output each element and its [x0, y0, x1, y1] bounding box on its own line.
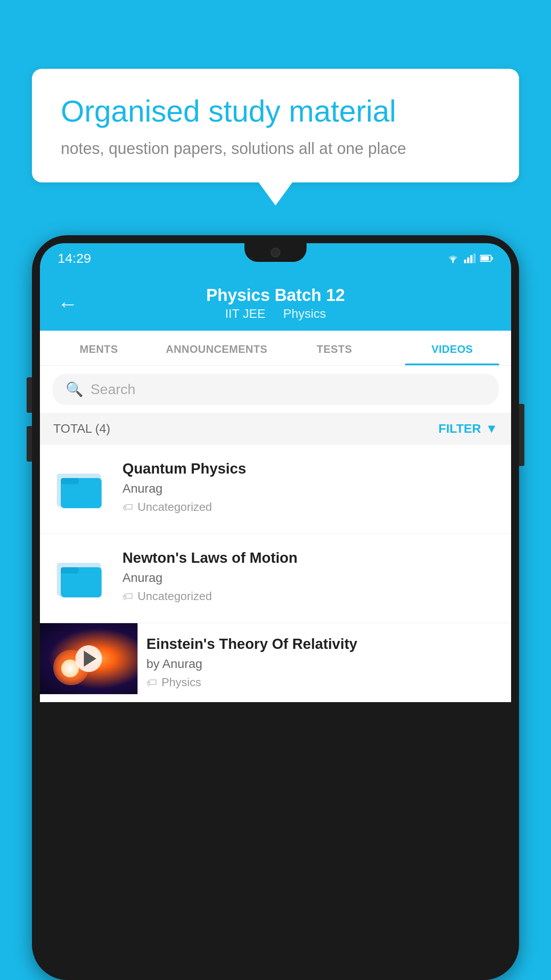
- list-item[interactable]: Quantum Physics Anurag 🏷 Uncategorized: [40, 445, 511, 534]
- video-info-2: Newton's Laws of Motion Anurag 🏷 Uncateg…: [122, 549, 499, 603]
- play-button[interactable]: [75, 645, 102, 672]
- video-author-2: Anurag: [122, 571, 499, 585]
- tab-announcements[interactable]: ANNOUNCEMENTS: [158, 331, 276, 365]
- svg-rect-1: [464, 260, 466, 263]
- tag-icon-1: 🏷: [122, 501, 133, 514]
- battery-icon: [480, 254, 493, 262]
- tab-ments[interactable]: MENTS: [40, 331, 158, 365]
- video-title-1: Quantum Physics: [122, 460, 499, 477]
- signal-icon: [464, 253, 476, 263]
- search-icon: 🔍: [66, 381, 83, 398]
- video-tag-3: 🏷 Physics: [146, 676, 502, 689]
- svg-rect-11: [61, 478, 79, 484]
- status-time: 14:29: [58, 251, 91, 266]
- video-folder-icon: [52, 460, 110, 518]
- header-subtitle-part2: Physics: [283, 307, 326, 320]
- status-icons: [446, 253, 493, 263]
- search-bar[interactable]: 🔍 Search: [52, 374, 499, 405]
- folder-svg-2: [55, 554, 108, 603]
- svg-rect-3: [470, 255, 472, 263]
- video-thumbnail-3: [40, 623, 138, 694]
- svg-rect-6: [491, 257, 493, 260]
- video-info-1: Quantum Physics Anurag 🏷 Uncategorized: [122, 460, 499, 514]
- tag-icon-3: 🏷: [146, 676, 157, 689]
- video-title-2: Newton's Laws of Motion: [122, 549, 499, 566]
- video-author-1: Anurag: [122, 482, 499, 496]
- status-bar: 14:29: [40, 243, 511, 273]
- filter-bar: TOTAL (4) FILTER ▼: [40, 413, 511, 445]
- video-folder-icon-2: [52, 549, 110, 607]
- tag-text-1: Uncategorized: [138, 500, 212, 514]
- header-subtitle-part1: IIT JEE: [225, 307, 265, 320]
- video-tag-2: 🏷 Uncategorized: [122, 589, 499, 603]
- side-button-vol-up: [27, 377, 32, 413]
- search-container: 🔍 Search: [40, 366, 511, 413]
- phone-notch: [244, 243, 307, 262]
- filter-button[interactable]: FILTER ▼: [438, 422, 498, 436]
- bubble-arrow: [259, 182, 292, 205]
- wifi-icon: [446, 253, 460, 263]
- tab-videos[interactable]: VIDEOS: [394, 331, 512, 365]
- tabs-bar: MENTS ANNOUNCEMENTS TESTS VIDEOS: [40, 331, 511, 366]
- phone-wrapper: 14:29: [32, 235, 519, 980]
- play-triangle: [84, 651, 96, 667]
- video-info-3: Einstein's Theory Of Relativity by Anura…: [138, 623, 511, 702]
- svg-rect-7: [481, 256, 489, 261]
- video-tag-1: 🏷 Uncategorized: [122, 500, 499, 514]
- camera-notch: [271, 248, 280, 257]
- total-count: TOTAL (4): [53, 422, 110, 436]
- app-header: ← Physics Batch 12 IIT JEE Physics: [40, 273, 511, 331]
- side-button-power: [519, 404, 524, 466]
- filter-icon: ▼: [485, 422, 498, 436]
- search-placeholder: Search: [91, 381, 135, 398]
- svg-rect-4: [473, 253, 476, 263]
- bubble-title: Organised study material: [61, 93, 490, 130]
- tag-text-3: Physics: [161, 676, 201, 689]
- header-main-title: Physics Batch 12: [91, 286, 460, 305]
- svg-rect-2: [467, 257, 469, 263]
- list-item[interactable]: Newton's Laws of Motion Anurag 🏷 Uncateg…: [40, 534, 511, 623]
- filter-label: FILTER: [438, 422, 481, 436]
- svg-rect-15: [61, 567, 79, 573]
- tag-text-2: Uncategorized: [138, 589, 212, 603]
- svg-point-0: [452, 261, 454, 263]
- bubble-subtitle: notes, question papers, solutions all at…: [61, 139, 490, 158]
- folder-svg-1: [55, 465, 108, 514]
- back-button[interactable]: ←: [58, 292, 78, 316]
- phone-outer: 14:29: [32, 235, 519, 980]
- tab-tests[interactable]: TESTS: [276, 331, 394, 365]
- tag-icon-2: 🏷: [122, 590, 133, 603]
- content-area: Quantum Physics Anurag 🏷 Uncategorized: [40, 445, 511, 702]
- video-author-3: by Anurag: [146, 657, 502, 671]
- side-button-vol-down: [27, 426, 32, 462]
- header-subtitle: IIT JEE Physics: [91, 307, 460, 321]
- speech-bubble-section: Organised study material notes, question…: [32, 69, 519, 205]
- header-title-area: Physics Batch 12 IIT JEE Physics: [91, 286, 460, 321]
- speech-bubble-card: Organised study material notes, question…: [32, 69, 519, 182]
- video-title-3: Einstein's Theory Of Relativity: [146, 636, 502, 652]
- list-item[interactable]: Einstein's Theory Of Relativity by Anura…: [40, 623, 511, 702]
